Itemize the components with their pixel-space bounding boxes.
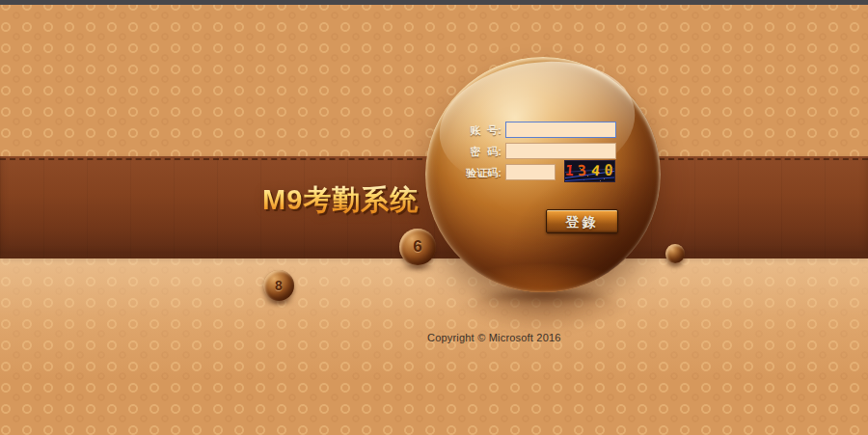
decor-ball-8: 8 <box>263 270 294 301</box>
captcha-image[interactable]: 1 3 4 0 <box>564 160 615 182</box>
top-window-bar <box>0 0 868 5</box>
password-input[interactable] <box>505 143 616 159</box>
account-label: 账 号: <box>435 123 502 138</box>
captcha-input[interactable] <box>505 164 556 180</box>
captcha-digit: 0 <box>604 161 612 181</box>
login-orb: 账 号: 密 码: 验证码: 1 3 4 0 登錄 <box>425 57 661 292</box>
copyright-text: Copyright © Microsoft 2016 <box>427 332 561 343</box>
decor-ball-small <box>665 244 685 263</box>
login-page: M9考勤系统 6 8 账 号: 密 码: 验证码: 1 3 4 0 登錄 Cop… <box>0 0 868 435</box>
captcha-label: 验证码: <box>435 166 502 180</box>
login-button[interactable]: 登錄 <box>546 209 618 233</box>
captcha-digit: 1 <box>564 161 575 182</box>
captcha-digit: 3 <box>578 161 587 182</box>
decor-ball-6: 6 <box>399 229 436 265</box>
page-title: M9考勤系统 <box>262 181 419 220</box>
account-input[interactable] <box>505 122 616 138</box>
captcha-digit: 4 <box>590 161 602 182</box>
password-label: 密 码: <box>435 145 502 159</box>
